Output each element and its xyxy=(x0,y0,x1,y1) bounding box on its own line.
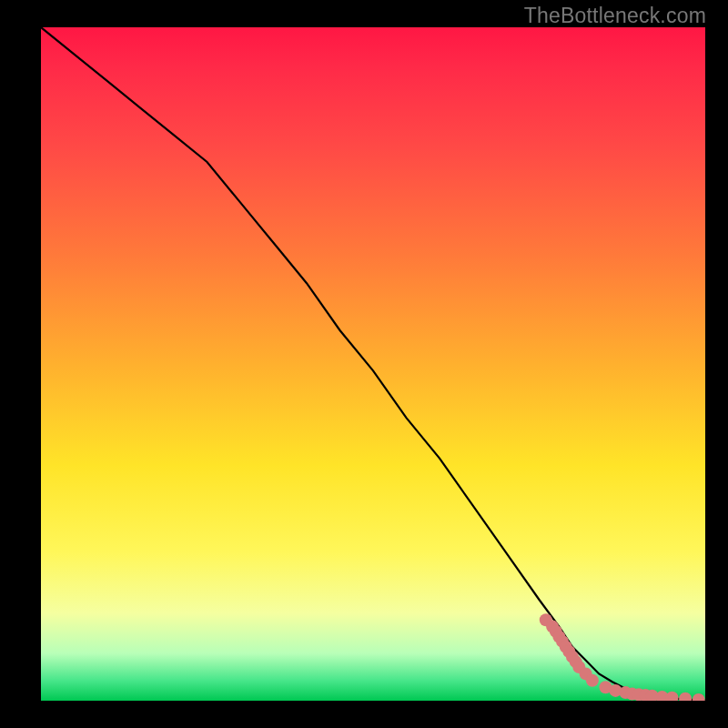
chart-frame: TheBottleneck.com xyxy=(0,0,728,728)
data-marker xyxy=(693,693,705,701)
data-marker xyxy=(679,693,692,701)
bottleneck-curve xyxy=(41,27,705,701)
marker-group xyxy=(540,613,705,701)
data-marker xyxy=(666,692,679,701)
watermark-text: TheBottleneck.com xyxy=(524,4,706,28)
plot-area xyxy=(41,27,705,701)
chart-overlay xyxy=(41,27,705,701)
data-marker xyxy=(586,674,599,687)
